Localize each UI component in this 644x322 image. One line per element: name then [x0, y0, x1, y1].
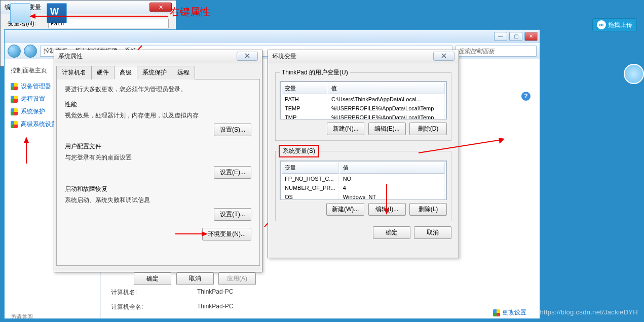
user-edit-button[interactable]: 编辑(E)...: [368, 123, 406, 135]
perf-heading: 性能: [65, 100, 251, 109]
env-variables-button[interactable]: 环境变量(N)...: [202, 228, 251, 240]
startup-desc: 系统启动、系统失败和调试信息: [65, 195, 251, 205]
advanced-panel: 要进行大多数更改，您必须作为管理员登录。 性能 视觉效果，处理器计划，内存使用，…: [56, 79, 260, 266]
perf-desc: 视觉效果，处理器计划，内存使用，以及虚拟内存: [65, 111, 251, 120]
env-title: 环境变量: [268, 50, 459, 63]
perf-settings-button[interactable]: 设置(S)...: [214, 124, 251, 136]
cloud-icon: ∞: [597, 20, 606, 29]
sys-vars-group: 系统变量(S) 变量值 FP_NO_HOST_C...NO NUMBER_OF_…: [275, 146, 451, 221]
profile-desc: 与您登录有关的桌面设置: [65, 153, 251, 163]
tab-computer-name[interactable]: 计算机名: [56, 66, 92, 79]
info-row: 计算机描述:: [111, 314, 529, 319]
tab-hardware[interactable]: 硬件: [91, 66, 115, 79]
sysprop-tabs: 计算机名 硬件 高级 系统保护 远程: [56, 65, 260, 79]
user-delete-button[interactable]: 删除(D): [409, 123, 447, 135]
maximize-button[interactable]: ▢: [509, 32, 522, 41]
sysprop-cancel-button[interactable]: 取消: [176, 272, 214, 285]
nav-forward-button[interactable]: [24, 45, 37, 58]
env-close-button[interactable]: [433, 52, 454, 61]
desktop-icon-word[interactable]: [43, 3, 71, 25]
env-ok-button[interactable]: 确定: [373, 226, 410, 239]
table-row: TEMP%USERPROFILE%\AppData\Local\Temp: [282, 104, 445, 112]
profile-heading: 用户配置文件: [65, 142, 251, 151]
close-button[interactable]: ✕: [524, 32, 538, 41]
tab-protection[interactable]: 系统保护: [137, 66, 172, 79]
shield-icon: [493, 309, 500, 316]
watermark: https://blog.csdn.net/JackieDYH: [540, 308, 638, 316]
baidu-upload-label: 拖拽上传: [608, 21, 632, 29]
sys-edit-button[interactable]: 编辑(I)...: [368, 203, 406, 216]
env-cancel-button[interactable]: 取消: [414, 226, 451, 239]
table-row: PATHC:\Users\ThinkPad\AppData\Local...: [282, 95, 445, 103]
word-icon: [47, 3, 67, 23]
startup-heading: 启动和故障恢复: [65, 185, 251, 193]
admin-note: 要进行大多数更改，您必须作为管理员登录。: [65, 85, 251, 94]
table-row: NUMBER_OF_PR...4: [282, 184, 445, 192]
sys-delete-button[interactable]: 删除(L): [409, 203, 447, 216]
shield-icon: [11, 121, 18, 128]
cp-titlebar: — ▢ ✕: [5, 30, 540, 43]
search-input[interactable]: [456, 46, 537, 57]
sysprop-ok-button[interactable]: 确定: [134, 272, 171, 285]
env-dialog: 环境变量 ThinkPad 的用户变量(U) 变量值 PATHC:\Users\…: [268, 50, 459, 258]
system-properties-dialog: 系统属性 计算机名 硬件 高级 系统保护 远程 要进行大多数更改，您必须作为管理…: [54, 50, 262, 272]
table-row: TMP%USERPROFILE%\AppData\Local\Temp: [282, 113, 445, 119]
sys-new-button[interactable]: 新建(W)...: [326, 203, 364, 216]
table-row: FP_NO_HOST_C...NO: [282, 175, 445, 183]
tab-advanced[interactable]: 高级: [114, 66, 137, 79]
desktop-icon-computer[interactable]: [6, 3, 34, 25]
table-row: OSWindows_NT: [282, 193, 445, 200]
baidu-upload-widget[interactable]: ∞ 拖拽上传: [592, 18, 637, 31]
nav-back-button[interactable]: [8, 45, 21, 58]
shield-icon: [11, 83, 18, 90]
minimize-button[interactable]: —: [494, 32, 507, 41]
sys-vars-table[interactable]: 变量值 FP_NO_HOST_C...NO NUMBER_OF_PR...4 O…: [280, 161, 446, 200]
info-row: 计算机全名:ThinkPad-PC: [111, 300, 529, 314]
profile-settings-button[interactable]: 设置(E)...: [214, 166, 251, 179]
user-vars-table[interactable]: 变量值 PATHC:\Users\ThinkPad\AppData\Local.…: [280, 82, 446, 119]
edit-close-button[interactable]: ✕: [149, 3, 172, 12]
sysprop-close-button[interactable]: [237, 52, 258, 61]
tab-remote[interactable]: 远程: [172, 66, 195, 79]
see-also-heading: 另请参阅: [11, 313, 94, 319]
computer-icon: [10, 3, 30, 23]
desktop-clock: [624, 64, 644, 84]
shield-icon: [11, 96, 18, 103]
shield-icon: [11, 108, 18, 115]
user-new-button[interactable]: 新建(N)...: [327, 123, 364, 135]
sysprop-title: 系统属性: [54, 50, 262, 63]
sys-vars-legend: 系统变量(S): [280, 146, 318, 156]
user-vars-group: ThinkPad 的用户变量(U) 变量值 PATHC:\Users\Think…: [275, 68, 451, 141]
help-icon[interactable]: ?: [521, 92, 531, 101]
change-settings-link[interactable]: 更改设置: [493, 308, 526, 317]
user-vars-legend: ThinkPad 的用户变量(U): [280, 68, 350, 77]
startup-settings-button[interactable]: 设置(T)...: [214, 208, 251, 221]
sysprop-apply-button[interactable]: 应用(A): [218, 272, 256, 285]
sysprop-footer: 确定 取消 应用(A): [54, 268, 262, 289]
